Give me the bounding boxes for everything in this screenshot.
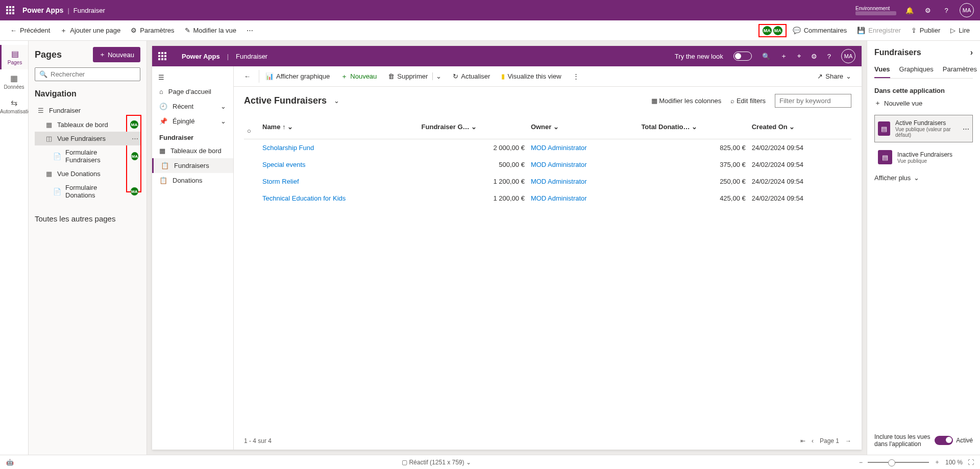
more-icon[interactable]: ⋯	[242, 24, 257, 36]
owner-link[interactable]: MOD Administrator	[528, 173, 639, 190]
rail-data[interactable]: ▦Données	[0, 69, 28, 94]
view-title[interactable]: Active Fundraisers	[244, 95, 327, 106]
nav-dashboards[interactable]: ▦Tableaux de bordMA	[35, 117, 140, 132]
rail-pages[interactable]: ▤Pages	[0, 45, 28, 69]
hamburger-icon[interactable]: ☰	[152, 70, 233, 84]
pages-title: Pages	[35, 50, 62, 60]
back-icon[interactable]: ←	[239, 70, 256, 83]
bell-icon[interactable]: 🔔	[904, 5, 915, 15]
help-icon[interactable]: ?	[941, 5, 951, 15]
chevron-down-icon[interactable]: ⌄	[432, 72, 442, 80]
view-item-inactive[interactable]: ▤ Inactive FundraisersVue publique	[874, 145, 973, 169]
owner-link[interactable]: MOD Administrator	[528, 156, 639, 173]
new-record-button[interactable]: ＋ Nouveau	[336, 69, 382, 84]
col-goal[interactable]: Fundraiser G… ⌄	[419, 115, 528, 139]
publish-button[interactable]: ⇪ Publier	[907, 24, 944, 36]
show-more-button[interactable]: Afficher plus ⌄	[874, 169, 973, 187]
pnav-home[interactable]: ⌂ Page d'accueil	[152, 84, 233, 99]
zoom-in-icon[interactable]: ＋	[934, 458, 940, 466]
edit-view-button[interactable]: ✎ Modifier la vue	[181, 24, 241, 36]
filter-icon[interactable]: ⌖	[797, 52, 801, 60]
try-new-label: Try the new look	[675, 53, 723, 60]
pnav-recent[interactable]: 🕘 Récent⌄	[152, 99, 233, 114]
col-created[interactable]: Created On ⌄	[749, 115, 851, 139]
first-page-icon[interactable]: ⇤	[800, 437, 805, 445]
app-launcher-icon[interactable]	[6, 6, 14, 14]
col-owner[interactable]: Owner ⌄	[528, 115, 639, 139]
back-button[interactable]: ← Précédent	[6, 24, 54, 36]
play-button[interactable]: ▷ Lire	[946, 24, 974, 36]
new-page-button[interactable]: ＋ Nouveau	[93, 47, 140, 62]
record-link[interactable]: Technical Education for Kids	[259, 190, 419, 207]
search-field[interactable]	[51, 70, 136, 78]
fit-icon[interactable]: ⛶	[968, 459, 974, 466]
nav-vue-fundraisers[interactable]: ◫Vue Fundraisers⋯	[35, 132, 140, 145]
include-all-toggle[interactable]	[935, 436, 953, 445]
record-link[interactable]: Scholarship Fund	[259, 139, 419, 157]
tab-params[interactable]: Paramètres	[943, 65, 977, 78]
preview-avatar[interactable]: MA	[841, 49, 855, 63]
page-icon: ▤	[2, 49, 28, 59]
shapes-icon: ◫	[45, 135, 53, 142]
help-icon[interactable]: ?	[827, 53, 831, 60]
pnav-donations[interactable]: 📋 Donations	[152, 173, 233, 188]
list-icon: ☰	[37, 107, 45, 114]
delete-button[interactable]: 🗑 Supprimer ⌄	[383, 70, 447, 83]
expand-icon[interactable]: ›	[970, 48, 973, 57]
filter-input[interactable]	[775, 94, 851, 108]
col-name[interactable]: Name ↑ ⌄	[259, 115, 419, 139]
nav-vue-donations[interactable]: ▦Vue Donations	[35, 167, 140, 181]
rail-automation[interactable]: ⇆Automatisation	[0, 94, 28, 118]
nav-fundraiser[interactable]: ☰Fundraiser	[35, 104, 140, 117]
record-link[interactable]: Special events	[259, 156, 419, 173]
ellipsis-icon[interactable]: ⋯	[963, 125, 969, 133]
avatar[interactable]: MA	[960, 3, 974, 17]
pnav-fundraisers[interactable]: 📋 Fundraisers	[152, 158, 233, 173]
table-row[interactable]: Scholarship Fund2 000,00 €MOD Administra…	[244, 139, 851, 157]
col-total[interactable]: Total Donatio… ⌄	[638, 115, 748, 139]
edit-filters-button[interactable]: ⌕ Edit filters	[730, 97, 766, 105]
search-icon: 🔍	[39, 70, 47, 78]
nav-form-fundraisers[interactable]: 📄Formulaire FundraisersMA	[35, 145, 140, 167]
owner-link[interactable]: MOD Administrator	[528, 190, 639, 207]
next-page-icon[interactable]: →	[845, 437, 851, 445]
settings-button[interactable]: ⚙ Paramètres	[127, 24, 178, 36]
gear-icon[interactable]: ⚙	[811, 53, 817, 60]
feedback-icon[interactable]: 🤖	[6, 459, 14, 466]
owner-link[interactable]: MOD Administrator	[528, 139, 639, 157]
table-row[interactable]: Storm Relief1 200,00 €MOD Administrator2…	[244, 173, 851, 190]
table-row[interactable]: Special events500,00 €MOD Administrator3…	[244, 156, 851, 173]
search-icon[interactable]: 🔍	[762, 53, 770, 60]
plus-icon[interactable]: ＋	[780, 52, 787, 61]
zoom-slider[interactable]	[868, 462, 929, 463]
comments-button[interactable]: 💬 Commentaires	[789, 24, 851, 36]
table-row[interactable]: Technical Education for Kids1 200,00 €MO…	[244, 190, 851, 207]
responsive-label[interactable]: ▢ Réactif (1251 x 759) ⌄	[402, 459, 471, 466]
pnav-dashboards[interactable]: ▦ Tableaux de bord	[152, 143, 233, 158]
environment-picker[interactable]: Environnement	[855, 6, 896, 15]
nav-form-donations[interactable]: 📄Formulaire DonationsMA	[35, 181, 140, 202]
new-view-button[interactable]: ＋ Nouvelle vue	[874, 94, 973, 112]
view-item-active[interactable]: ▤ Active FundraisersVue publique (valeur…	[874, 115, 973, 142]
pnav-pinned[interactable]: 📌 Épinglé⌄	[152, 114, 233, 129]
add-page-button[interactable]: ＋ Ajouter une page	[56, 24, 125, 37]
search-input[interactable]: 🔍	[35, 67, 140, 81]
gear-icon[interactable]: ⚙	[923, 5, 933, 15]
show-chart-button[interactable]: 📊 Afficher graphique	[259, 70, 335, 83]
ellipsis-icon[interactable]: ⋯	[132, 135, 138, 142]
visualize-button[interactable]: ▮ Visualize this view	[496, 70, 566, 83]
prev-page-icon[interactable]: ‹	[812, 437, 814, 445]
row-count: 1 - 4 sur 4	[244, 437, 272, 445]
zoom-out-icon[interactable]: −	[859, 459, 863, 466]
refresh-button[interactable]: ↻ Actualiser	[448, 70, 495, 83]
try-new-toggle[interactable]	[733, 52, 752, 61]
overflow-icon[interactable]: ⋮	[568, 70, 584, 83]
preview-launcher-icon[interactable]	[158, 52, 166, 60]
share-button[interactable]: ↗ Share ⌄	[812, 70, 856, 83]
presence-group: MA MA	[758, 24, 787, 37]
chevron-down-icon[interactable]: ⌄	[334, 97, 339, 105]
tab-views[interactable]: Vues	[874, 65, 890, 78]
tab-charts[interactable]: Graphiques	[899, 65, 934, 78]
record-link[interactable]: Storm Relief	[259, 173, 419, 190]
edit-columns-button[interactable]: ▦ Modifier les colonnes	[651, 97, 722, 105]
